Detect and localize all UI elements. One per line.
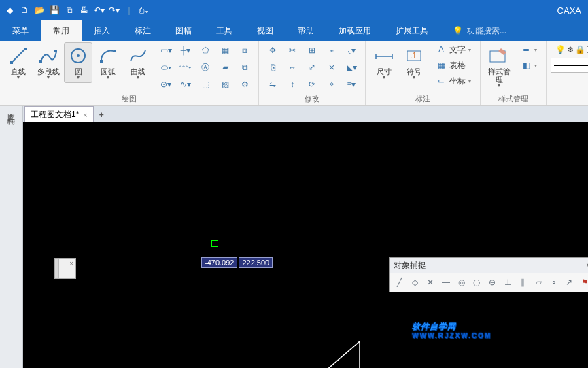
explode-icon[interactable]: ✧ xyxy=(322,76,341,93)
menu-main[interactable]: 菜单 xyxy=(0,20,41,41)
save-icon[interactable]: 💾 xyxy=(48,3,61,17)
stretch-icon[interactable]: ↕ xyxy=(283,76,302,93)
style-opt2[interactable]: ◧▾ xyxy=(516,58,542,73)
open-icon[interactable]: 📂 xyxy=(33,3,46,17)
palette-close[interactable]: × xyxy=(59,259,75,278)
snap-center-icon[interactable]: ◎ xyxy=(455,275,468,289)
break-icon[interactable]: ⤫ xyxy=(322,59,341,76)
line-icon xyxy=(8,46,29,66)
close-tab-icon[interactable]: × xyxy=(83,111,87,119)
menu-sheet[interactable]: 图幅 xyxy=(163,20,204,41)
osnap-toolbar[interactable]: 对象捕捉 × ╱ ◇ ✕ — ◎ ◌ ⊖ ⊥ ∥ ▱ ∘ ↗ ⚑ xyxy=(389,257,588,292)
curve-button[interactable]: 曲线 ▼ xyxy=(124,42,152,83)
menu-addon[interactable]: 加载应用 xyxy=(326,20,383,41)
menu-view[interactable]: 视图 xyxy=(245,20,286,41)
add-tab-button[interactable]: + xyxy=(94,108,109,122)
array-icon[interactable]: ⊞ xyxy=(302,42,322,58)
draw-tools-grid: ▭▾ ┼▾ ⬠ ▦ ⧈ ⬭▾ 〰▾ Ⓐ ▰ ⧉ ⊙▾ ∿▾ ⬚ ▨ ⚙ xyxy=(156,42,254,93)
floating-palette[interactable]: × xyxy=(54,258,76,279)
group-label-modify: 修改 xyxy=(263,93,361,105)
offset-icon[interactable]: ⫘ xyxy=(322,42,341,58)
ribbon-group-annotate: 尺寸 ▼ .1 符号 ▼ A文字▾ ▦表格 ⌙坐标▾ 标注 xyxy=(366,41,481,105)
snap-intersect-icon[interactable]: ✕ xyxy=(424,275,436,289)
prop-row1[interactable]: 💡 ❄ 🔒 ▬ xyxy=(551,42,588,57)
polygon-icon[interactable]: ⬠ xyxy=(196,42,215,58)
circle-button[interactable]: 圆 ▼ xyxy=(64,42,92,83)
search-input[interactable] xyxy=(467,26,528,35)
snap-nearest-icon[interactable]: ↗ xyxy=(564,275,576,289)
menu-annotate[interactable]: 标注 xyxy=(122,20,163,41)
snap-quad-icon[interactable]: ◌ xyxy=(470,275,483,289)
menu-bar: 菜单 常用 插入 标注 图幅 工具 视图 帮助 加载应用 扩展工具 💡 xyxy=(0,20,588,41)
coord-y: 222.500 xyxy=(239,257,273,268)
text-button[interactable]: A文字▾ xyxy=(431,42,476,57)
print-icon[interactable]: 🖶 xyxy=(77,3,91,17)
fillet-icon[interactable]: ◟▾ xyxy=(342,42,361,58)
ribbon: 直线 ▼ 多段线 ▼ 圆 ▼ 圆弧 ▼ 曲线 ▼ xyxy=(0,41,588,106)
snap-settings-icon[interactable]: ⚑ xyxy=(578,275,588,289)
insert-block-icon[interactable]: ⧉ xyxy=(235,59,254,76)
new-icon[interactable]: 🗋 xyxy=(18,3,31,17)
saveall-icon[interactable]: ⧉ xyxy=(63,3,76,17)
drawing-canvas[interactable]: -470.092 222.500 × 对象捕捉 × ╱ ◇ ✕ — xyxy=(23,122,588,368)
centerline-icon[interactable]: ┼▾ xyxy=(176,42,195,58)
line-button[interactable]: 直线 ▼ xyxy=(4,42,33,83)
plot-icon[interactable]: ⎙▾ xyxy=(137,3,151,17)
snap-midpoint-icon[interactable]: ◇ xyxy=(409,275,421,289)
fill-icon[interactable]: ▰ xyxy=(215,59,235,76)
chevron-down-icon: ▼ xyxy=(16,76,21,80)
document-tab[interactable]: 工程图文档1* × xyxy=(24,106,94,122)
snap-tangent-icon[interactable]: ⊖ xyxy=(486,275,498,289)
snap-insert-icon[interactable]: ▱ xyxy=(532,275,544,289)
symbol-button[interactable]: .1 符号 ▼ xyxy=(400,42,428,83)
region-icon[interactable]: ⬚ xyxy=(196,76,215,93)
ellipse-small-icon[interactable]: ⬭▾ xyxy=(156,59,175,76)
point-icon[interactable]: ⊙▾ xyxy=(156,76,175,93)
snap-perp-icon[interactable]: ⊥ xyxy=(502,275,514,289)
block-icon[interactable]: ⧈ xyxy=(235,42,254,58)
svg-point-6 xyxy=(77,54,80,57)
align-icon[interactable]: ≡▾ xyxy=(342,76,361,93)
pattern-icon[interactable]: ▨ xyxy=(215,76,235,93)
polyline-icon xyxy=(38,46,58,66)
menu-insert[interactable]: 插入 xyxy=(82,20,122,41)
style-mgr-button[interactable]: 样式管理 ▼ xyxy=(485,42,513,91)
table-button[interactable]: ▦表格 xyxy=(431,58,476,73)
menu-tools[interactable]: 工具 xyxy=(204,20,245,41)
snap-extension-icon[interactable]: — xyxy=(440,275,452,289)
svg-rect-3 xyxy=(39,60,42,63)
arc-button[interactable]: 圆弧 ▼ xyxy=(94,42,122,83)
ucs-button[interactable]: ⌙坐标▾ xyxy=(431,73,476,88)
function-search[interactable]: 💡 xyxy=(453,20,528,41)
wave-icon[interactable]: 〰▾ xyxy=(176,59,195,76)
app-icon[interactable]: ◆ xyxy=(3,3,16,17)
style-opt1[interactable]: ≣▾ xyxy=(516,42,542,57)
osnap-titlebar[interactable]: 对象捕捉 × xyxy=(390,258,588,273)
extend-icon[interactable]: ↔ xyxy=(283,59,302,76)
scale-icon[interactable]: ⤢ xyxy=(302,59,322,76)
menu-ext[interactable]: 扩展工具 xyxy=(383,20,440,41)
snap-endpoint-icon[interactable]: ╱ xyxy=(394,275,406,289)
text-shape-icon[interactable]: Ⓐ xyxy=(196,59,215,76)
dim-button[interactable]: 尺寸 ▼ xyxy=(370,42,398,83)
chamfer-icon[interactable]: ◣▾ xyxy=(342,59,361,76)
spline-icon[interactable]: ∿▾ xyxy=(176,76,195,93)
mirror-icon[interactable]: ⇋ xyxy=(263,76,282,93)
rotate-icon[interactable]: ⟳ xyxy=(302,76,322,93)
snap-node-icon[interactable]: ∘ xyxy=(548,275,560,289)
move-icon[interactable]: ✥ xyxy=(263,42,282,58)
trim-icon[interactable]: ✂ xyxy=(283,42,302,58)
undo-icon[interactable]: ↶▾ xyxy=(92,3,106,17)
hatch-icon[interactable]: ▦ xyxy=(215,42,235,58)
snap-parallel-icon[interactable]: ∥ xyxy=(517,275,530,289)
table-icon: ▦ xyxy=(436,60,447,71)
menu-help[interactable]: 帮助 xyxy=(286,20,326,41)
rect-icon[interactable]: ▭▾ xyxy=(156,42,175,58)
linetype-combo[interactable]: ByL xyxy=(551,58,588,73)
part-icon[interactable]: ⚙ xyxy=(235,76,254,93)
polyline-button[interactable]: 多段线 ▼ xyxy=(34,42,63,83)
copy-icon[interactable]: ⎘ xyxy=(263,59,282,76)
group-label-prop xyxy=(551,95,588,105)
redo-icon[interactable]: ↷▾ xyxy=(107,3,121,17)
menu-common[interactable]: 常用 xyxy=(41,20,82,41)
